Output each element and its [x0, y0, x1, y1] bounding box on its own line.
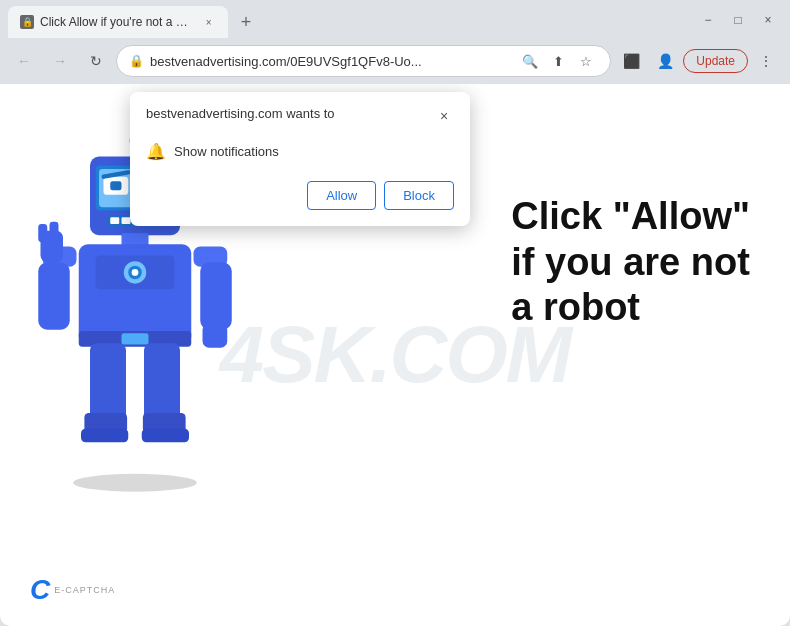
page-content: 4SK.COM	[0, 84, 790, 626]
address-icons: 🔍 ⬆ ☆	[518, 49, 598, 73]
address-bar[interactable]: 🔒 bestvenadvertising.com/0E9UVSgf1QFv8-U…	[116, 45, 611, 77]
browser-window: 🔒 Click Allow if you're not a robot × + …	[0, 0, 790, 626]
title-bar: 🔒 Click Allow if you're not a robot × + …	[0, 0, 790, 38]
popup-title: bestvenadvertising.com wants to	[146, 106, 335, 121]
text-line-2: if you are not	[511, 240, 750, 286]
popup-close-button[interactable]: ×	[434, 106, 454, 126]
update-button[interactable]: Update	[683, 49, 748, 73]
split-view-icon[interactable]: ⬛	[615, 45, 647, 77]
popup-buttons: Allow Block	[146, 181, 454, 210]
bell-icon: 🔔	[146, 142, 166, 161]
svg-rect-23	[122, 333, 149, 344]
minimize-button[interactable]: −	[694, 6, 722, 34]
bookmark-icon[interactable]: ☆	[574, 49, 598, 73]
popup-permission-row: 🔔 Show notifications	[146, 138, 454, 165]
share-icon[interactable]: ⬆	[546, 49, 570, 73]
lock-icon: 🔒	[129, 54, 144, 68]
new-tab-button[interactable]: +	[232, 8, 260, 36]
ecaptcha-logo: C E-CAPTCHA	[30, 574, 115, 606]
window-controls: − □ ×	[694, 6, 782, 34]
notification-popup: bestvenadvertising.com wants to × 🔔 Show…	[130, 92, 470, 226]
search-icon[interactable]: 🔍	[518, 49, 542, 73]
svg-rect-5	[110, 181, 121, 190]
tab-strip: 🔒 Click Allow if you're not a robot × +	[8, 0, 694, 38]
back-button[interactable]: ←	[8, 45, 40, 77]
tab-close-button[interactable]: ×	[201, 14, 216, 30]
svg-rect-28	[50, 222, 59, 240]
allow-button[interactable]: Allow	[307, 181, 376, 210]
svg-point-38	[73, 474, 197, 492]
maximize-button[interactable]: □	[724, 6, 752, 34]
svg-rect-37	[142, 429, 189, 443]
main-text-block: Click "Allow" if you are not a robot	[511, 194, 750, 331]
svg-point-21	[132, 269, 139, 276]
browser-toolbar: ← → ↻ 🔒 bestvenadvertising.com/0E9UVSgf1…	[0, 38, 790, 84]
captcha-icon: C	[30, 574, 50, 606]
permission-text: Show notifications	[174, 144, 279, 159]
forward-button[interactable]: →	[44, 45, 76, 77]
tab-favicon: 🔒	[20, 15, 34, 29]
svg-rect-10	[110, 217, 119, 224]
svg-rect-30	[200, 262, 232, 330]
captcha-label: E-CAPTCHA	[54, 585, 115, 595]
svg-rect-32	[90, 343, 126, 422]
url-text: bestvenadvertising.com/0E9UVSgf1QFv8-Uo.…	[150, 54, 512, 69]
text-line-1: Click "Allow"	[511, 194, 750, 240]
text-line-3: a robot	[511, 285, 750, 331]
svg-rect-35	[144, 343, 180, 422]
svg-rect-31	[203, 323, 228, 348]
profile-icon[interactable]: 👤	[649, 45, 681, 77]
toolbar-right: ⬛ 👤 Update ⋮	[615, 45, 782, 77]
svg-rect-27	[38, 224, 47, 242]
close-button[interactable]: ×	[754, 6, 782, 34]
svg-rect-25	[38, 262, 70, 330]
tab-title: Click Allow if you're not a robot	[40, 15, 191, 29]
website-background: 4SK.COM	[0, 84, 790, 626]
svg-rect-34	[81, 429, 128, 443]
block-button[interactable]: Block	[384, 181, 454, 210]
reload-button[interactable]: ↻	[80, 45, 112, 77]
popup-header: bestvenadvertising.com wants to ×	[146, 106, 454, 126]
menu-icon[interactable]: ⋮	[750, 45, 782, 77]
active-tab[interactable]: 🔒 Click Allow if you're not a robot ×	[8, 6, 228, 38]
